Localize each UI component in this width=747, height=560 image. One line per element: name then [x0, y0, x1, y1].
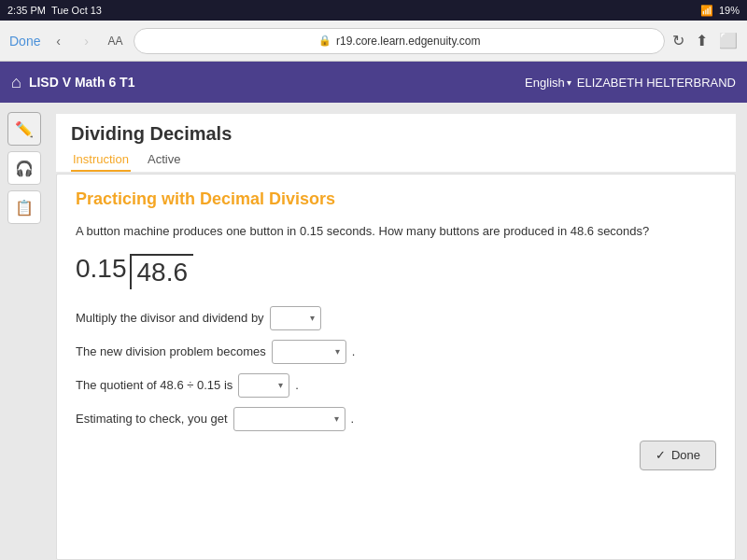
question-1-dropdown[interactable]: ▾: [270, 306, 321, 330]
questions: Multiply the divisor and dividend by ▾ T…: [76, 306, 716, 431]
course-title: LISD V Math 6 T1: [29, 75, 135, 90]
browser-done-button[interactable]: Done: [9, 34, 40, 49]
main-content: ✏️ 🎧 📋 Dividing Decimals Instruction Act…: [0, 103, 747, 560]
sidebar-headphone-icon[interactable]: 🎧: [7, 151, 41, 185]
question-1: Multiply the divisor and dividend by ▾: [76, 306, 716, 330]
url-bar: 🔒 r19.core.learn.edgenuity.com: [134, 28, 665, 54]
card-title: Practicing with Decimal Divisors: [76, 189, 716, 209]
tab-active[interactable]: Active: [146, 148, 182, 172]
browser-forward-button[interactable]: ›: [76, 31, 96, 51]
sidebar: ✏️ 🎧 📋: [0, 103, 49, 560]
dropdown-3-arrow: ▾: [278, 380, 283, 390]
lesson-card: Practicing with Decimal Divisors A butto…: [56, 174, 736, 560]
chevron-down-icon: ▾: [567, 77, 571, 88]
question-4: Estimating to check, you get ▾ .: [76, 407, 716, 431]
share-icon[interactable]: ⬆: [696, 32, 708, 49]
question-2: The new division problem becomes ▾ .: [76, 340, 716, 364]
problem-text: A button machine produces one button in …: [76, 222, 716, 241]
question-4-label: Estimating to check, you get: [76, 412, 228, 426]
home-icon[interactable]: ⌂: [11, 73, 21, 92]
text-size-button[interactable]: AA: [107, 35, 122, 48]
browser-bar: Done ‹ › AA 🔒 r19.core.learn.edgenuity.c…: [0, 21, 747, 62]
dropdown-4-arrow: ▾: [334, 413, 339, 424]
done-button[interactable]: ✓ Done: [640, 441, 716, 470]
page-header: Dividing Decimals Instruction Active: [56, 114, 736, 172]
checkmark-icon: ✓: [655, 448, 666, 462]
tabs: Instruction Active: [56, 148, 736, 172]
question-2-suffix: .: [352, 344, 356, 358]
done-area: ✓ Done: [76, 431, 716, 476]
question-3: The quotient of 48.6 ÷ 0.15 is ▾ .: [76, 373, 716, 398]
question-1-label: Multiply the divisor and dividend by: [76, 311, 264, 325]
date: Tue Oct 13: [51, 5, 102, 16]
divisor: 0.15: [76, 254, 130, 284]
status-bar: 2:35 PM Tue Oct 13 📶 19%: [0, 0, 747, 21]
question-3-label: The quotient of 48.6 ÷ 0.15 is: [76, 378, 233, 392]
battery: 19%: [719, 5, 740, 16]
dropdown-1-arrow: ▾: [310, 313, 315, 323]
content-area: Dividing Decimals Instruction Active Pra…: [49, 103, 747, 560]
question-2-label: The new division problem becomes: [76, 344, 266, 358]
question-3-dropdown[interactable]: ▾: [238, 373, 289, 398]
math-display: 0.15 48.6: [76, 254, 716, 289]
dropdown-2-arrow: ▾: [335, 346, 340, 357]
done-label: Done: [671, 448, 700, 462]
refresh-icon[interactable]: ↻: [672, 32, 684, 49]
browser-back-button[interactable]: ‹: [48, 31, 68, 51]
page-title: Dividing Decimals: [56, 114, 736, 148]
nav-bar: ⌂ LISD V Math 6 T1 English ▾ ELIZABETH H…: [0, 62, 747, 103]
time: 2:35 PM: [7, 5, 46, 16]
language-label: English: [525, 76, 565, 90]
question-4-suffix: .: [351, 412, 355, 426]
dividend: 48.6: [130, 254, 194, 289]
sidebar-pencil-icon[interactable]: ✏️: [7, 112, 41, 146]
question-3-suffix: .: [295, 378, 299, 392]
lock-icon: 🔒: [318, 35, 331, 47]
sidebar-clipboard-icon[interactable]: 📋: [7, 190, 41, 224]
browser-actions: ↻ ⬆ ⬜: [672, 32, 738, 49]
language-selector[interactable]: English ▾: [525, 76, 571, 90]
bookmark-icon[interactable]: ⬜: [719, 32, 738, 49]
url-text: r19.core.learn.edgenuity.com: [336, 35, 481, 48]
tab-instruction[interactable]: Instruction: [71, 148, 131, 172]
question-4-dropdown[interactable]: ▾: [233, 407, 345, 431]
user-name: ELIZABETH HELTERBRAND: [577, 76, 736, 90]
question-2-dropdown[interactable]: ▾: [272, 340, 346, 364]
wifi-icon: 📶: [700, 5, 713, 17]
